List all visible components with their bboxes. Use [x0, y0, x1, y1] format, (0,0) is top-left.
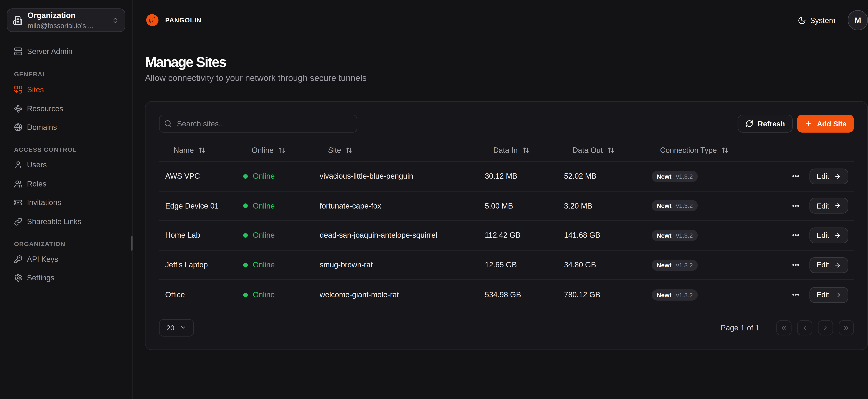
connection-type-name: Newt: [657, 203, 672, 209]
arrow-right-icon: [834, 203, 841, 209]
edit-label: Edit: [817, 202, 829, 210]
building-icon: [13, 16, 22, 25]
sidebar-item-resources[interactable]: Resources: [7, 99, 125, 118]
cell-data-in: 12.65 GB: [485, 261, 564, 269]
first-page-button[interactable]: [776, 320, 792, 335]
connection-type-name: Newt: [657, 262, 672, 269]
column-header-data-in[interactable]: Data In: [493, 146, 572, 155]
arrow-right-icon: [834, 262, 841, 269]
cell-connection-type: Newtv1.3.2: [652, 230, 791, 241]
sidebar-item-label: API Keys: [27, 255, 58, 264]
sidebar-item-sites[interactable]: Sites: [7, 81, 125, 99]
sort-icon: [278, 147, 285, 154]
column-header-name[interactable]: Name: [174, 146, 252, 155]
cell-actions: Edit: [791, 227, 848, 243]
cell-site: dead-san-joaquin-antelope-squirrel: [319, 231, 485, 240]
cell-connection-type: Newtv1.3.2: [652, 171, 791, 182]
edit-button[interactable]: Edit: [809, 227, 848, 243]
refresh-button[interactable]: Refresh: [738, 115, 793, 133]
connection-type-badge: Newtv1.3.2: [652, 171, 698, 182]
gear-icon: [14, 274, 23, 282]
sidebar-section: ORGANIZATIONAPI KeysSettings: [7, 240, 125, 287]
row-menu-button[interactable]: [791, 172, 800, 181]
brand-name: PANGOLIN: [165, 17, 202, 24]
sort-icon: [198, 147, 206, 154]
arrow-right-icon: [834, 291, 841, 298]
table-row: Edge Device 01Onlinefortunate-cape-fox5.…: [159, 191, 854, 221]
sidebar-scrollbar[interactable]: [131, 236, 133, 250]
arrow-right-icon: [834, 232, 841, 239]
last-page-button[interactable]: [839, 320, 854, 335]
cell-name: Jeff's Laptop: [165, 261, 243, 269]
column-header-data-out[interactable]: Data Out: [572, 146, 660, 155]
online-dot-icon: [243, 263, 248, 267]
column-header-connection-type[interactable]: Connection Type: [660, 146, 848, 155]
sort-icon: [721, 147, 728, 154]
theme-label: System: [810, 16, 835, 25]
sidebar-item-label: Sites: [27, 85, 44, 94]
next-page-button[interactable]: [818, 320, 833, 335]
sidebar-item-roles[interactable]: Roles: [7, 175, 125, 193]
page-subtitle: Allow connectivity to your network throu…: [145, 73, 868, 83]
online-label: Online: [253, 290, 275, 299]
sidebar-item-domains[interactable]: Domains: [7, 118, 125, 136]
search-box[interactable]: [159, 115, 357, 133]
row-menu-button[interactable]: [791, 231, 800, 240]
edit-label: Edit: [817, 231, 829, 240]
cell-name: Edge Device 01: [165, 202, 243, 210]
sidebar-item-settings[interactable]: Settings: [7, 269, 125, 287]
sort-icon: [522, 147, 529, 154]
cell-data-out: 52.02 MB: [564, 172, 652, 181]
prev-page-button[interactable]: [797, 320, 812, 335]
row-menu-button[interactable]: [791, 290, 800, 299]
edit-label: Edit: [817, 172, 829, 181]
connection-type-badge: Newtv1.3.2: [652, 289, 698, 300]
table-body: AWS VPCOnlinevivacious-little-blue-pengu…: [159, 162, 854, 310]
cell-actions: Edit: [791, 198, 848, 214]
add-site-button[interactable]: Add Site: [797, 115, 854, 133]
column-header-online[interactable]: Online: [252, 146, 328, 155]
table-row: AWS VPCOnlinevivacious-little-blue-pengu…: [159, 162, 854, 191]
theme-toggle[interactable]: System: [798, 16, 835, 25]
edit-button[interactable]: Edit: [809, 198, 848, 214]
cell-data-out: 780.12 GB: [564, 290, 652, 299]
online-dot-icon: [243, 174, 248, 179]
page-size-select[interactable]: 20: [159, 319, 194, 337]
refresh-icon: [745, 120, 753, 127]
table-row: OfficeOnlinewelcome-giant-mole-rat534.98…: [159, 280, 854, 310]
row-menu-button[interactable]: [791, 202, 800, 210]
sidebar-item-api-keys[interactable]: API Keys: [7, 250, 125, 269]
org-selector[interactable]: Organization milo@fossorial.io's ...: [7, 8, 125, 32]
cell-name: Home Lab: [165, 231, 243, 240]
cell-actions: Edit: [791, 168, 848, 184]
connection-type-version: v1.3.2: [676, 232, 693, 239]
avatar[interactable]: M: [848, 10, 868, 30]
sidebar-section-heading: ORGANIZATION: [7, 240, 125, 248]
sidebar-item-users[interactable]: Users: [7, 156, 125, 175]
edit-label: Edit: [817, 261, 829, 269]
globe-icon: [14, 123, 23, 132]
combine-icon: [14, 85, 23, 94]
connection-type-badge: Newtv1.3.2: [652, 230, 698, 241]
sidebar-item-server-admin[interactable]: Server Admin: [7, 43, 125, 60]
search-input[interactable]: [177, 119, 350, 128]
edit-button[interactable]: Edit: [809, 287, 848, 303]
connection-type-name: Newt: [657, 173, 672, 180]
sidebar-item-shareable-links[interactable]: Shareable Links: [7, 212, 125, 231]
sidebar-item-invitations[interactable]: Invitations: [7, 193, 125, 212]
sidebar: Organization milo@fossorial.io's ... Ser…: [0, 0, 133, 399]
row-menu-button[interactable]: [791, 261, 800, 269]
sidebar-item-label: Server Admin: [27, 47, 72, 55]
edit-button[interactable]: Edit: [809, 168, 848, 184]
connection-type-version: v1.3.2: [676, 203, 693, 209]
arrow-right-icon: [834, 173, 841, 180]
cell-actions: Edit: [791, 257, 848, 273]
connection-type-badge: Newtv1.3.2: [652, 200, 698, 212]
sidebar-section: ACCESS CONTROLUsersRolesInvitationsShare…: [7, 146, 125, 231]
connection-type-name: Newt: [657, 232, 672, 239]
sidebar-sections: GENERALSitesResourcesDomainsACCESS CONTR…: [7, 70, 125, 287]
column-header-site[interactable]: Site: [328, 146, 493, 155]
sidebar-item-label: Domains: [27, 123, 57, 132]
edit-button[interactable]: Edit: [809, 257, 848, 273]
online-dot-icon: [243, 233, 248, 238]
